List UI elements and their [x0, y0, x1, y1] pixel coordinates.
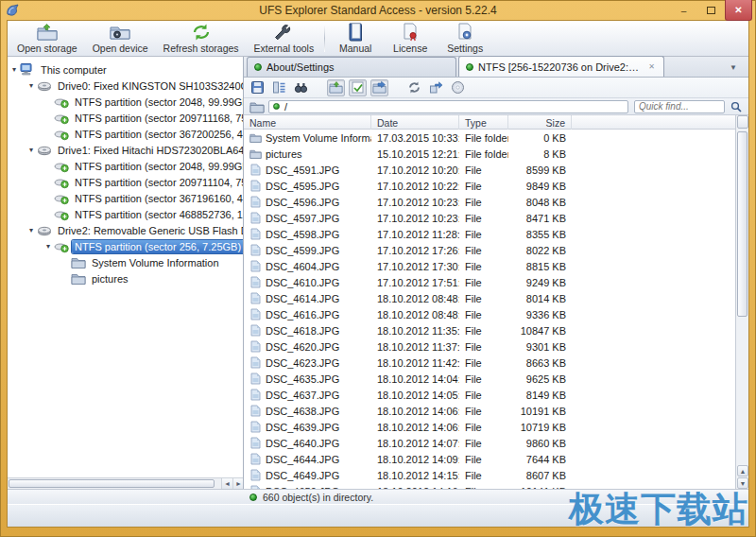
tab[interactable]: About/Settings	[247, 57, 456, 77]
toolbar-button-external-tools[interactable]: External tools	[247, 22, 322, 55]
toolbar-button-manual[interactable]: Manual	[328, 22, 383, 55]
expander-icon[interactable]: ▾	[26, 226, 36, 234]
window-title: UFS Explorer Standard Access - version 5…	[0, 4, 756, 17]
search-icon[interactable]	[728, 99, 745, 114]
file-name: DSC_4599.JPG	[266, 245, 339, 256]
file-row[interactable]: DSC_4638.JPG 18.10.2012 14:06:14 File 10…	[244, 403, 735, 419]
file-row[interactable]: DSC_4620.JPG 18.10.2012 11:37:20 File 93…	[244, 338, 735, 355]
tree-item[interactable]: ▾ NTFS partition (sector 468852736, 1639…	[8, 206, 243, 222]
file-row[interactable]: DSC_4649.JPG 18.10.2012 14:15:00 File 86…	[244, 467, 735, 483]
file-row[interactable]: DSC_4635.JPG 18.10.2012 14:04:54 File 96…	[244, 371, 735, 387]
file-row[interactable]: DSC_4596.JPG 17.10.2012 10:23:26 File 80…	[244, 194, 735, 210]
toolbar-button-open-storage[interactable]: Open storage	[9, 22, 85, 55]
expander-icon[interactable]: ▾	[9, 65, 19, 74]
window-content: Open storage Open device Refresh storage…	[8, 21, 748, 527]
scrollbar-thumb[interactable]	[737, 131, 747, 317]
tree-item-label: NTFS partition (sector 209711104, 75.09G…	[72, 176, 243, 189]
hex-view-icon[interactable]	[270, 79, 288, 96]
file-size: 9301 KB	[508, 341, 572, 353]
file-row[interactable]: DSC_4644.JPG 18.10.2012 14:09:30 File 76…	[244, 451, 735, 467]
find-icon[interactable]	[292, 79, 310, 96]
file-size: 9849 KB	[508, 181, 572, 192]
tree-item[interactable]: ▾ Drive2: Removable Generic USB Flash Di…	[8, 222, 243, 238]
file-date: 18.10.2012 14:07:00	[371, 438, 459, 449]
tree-item[interactable]: ▾ pictures	[8, 270, 243, 286]
tree-item[interactable]: ▾ NTFS partition (sector 256, 7.25GB)	[8, 238, 243, 254]
file-row[interactable]: DSC_4616.JPG 18.10.2012 08:48:48 File 93…	[244, 306, 735, 322]
column-header[interactable]: Type	[459, 115, 508, 130]
select-items-icon[interactable]	[349, 79, 367, 96]
file-row[interactable]: System Volume Information 17.03.2015 10:…	[244, 130, 735, 146]
tab[interactable]: NTFS [256-15220736 on Drive2: Removable …	[458, 56, 664, 77]
tree-item[interactable]: ▾ Drive1: Fixed Hitachi HDS723020BLA642 …	[8, 142, 243, 158]
tree-item[interactable]: ▾ NTFS partition (sector 2048, 99.99GB)	[8, 158, 243, 174]
file-row[interactable]: DSC_4591.JPG 17.10.2012 10:20:56 File 85…	[244, 162, 735, 178]
quick-find-input[interactable]	[634, 100, 725, 113]
tree-item[interactable]: ▾ NTFS partition (sector 209711104, 75.0…	[8, 174, 243, 190]
file-type: File	[459, 213, 508, 224]
tree-horizontal-scrollbar[interactable]: ◄ ►	[8, 477, 244, 489]
scroll-right-icon[interactable]: ►	[232, 478, 244, 489]
scroll-up-icon[interactable]: ▲	[737, 465, 748, 476]
tree-item[interactable]: ▾ Drive0: Fixed KINGSTON SH103S3240G (AT…	[8, 78, 243, 94]
explorer-toolbar	[244, 78, 748, 98]
toolbar-button-open-device[interactable]: Open device	[85, 22, 156, 55]
tree-item[interactable]: ▾ NTFS partition (sector 367200256, 48.4…	[8, 126, 243, 142]
scrollbar-corner-button[interactable]	[737, 115, 748, 129]
file-row[interactable]: DSC_4599.JPG 17.10.2012 17:26:20 File 80…	[244, 242, 735, 258]
close-button[interactable]: ✕	[725, 0, 752, 21]
folder-up-icon[interactable]	[327, 79, 345, 96]
tree-item-label: NTFS partition (sector 256, 7.25GB)	[72, 240, 243, 253]
export-icon[interactable]	[427, 79, 445, 96]
scrollbar-thumb[interactable]	[9, 479, 215, 488]
file-row[interactable]: DSC_4640.JPG 18.10.2012 14:07:00 File 98…	[244, 435, 735, 451]
column-header[interactable]: Name	[244, 115, 371, 130]
column-header-row: NameDateTypeSize	[244, 115, 735, 130]
path-input[interactable]: /	[268, 100, 628, 113]
file-icon	[249, 228, 262, 240]
file-row[interactable]: DSC_4597.JPG 17.10.2012 10:23:42 File 84…	[244, 210, 735, 226]
open-storage-icon	[37, 23, 58, 42]
toolbar-button-refresh-storages[interactable]: Refresh storages	[156, 22, 247, 55]
burn-icon[interactable]	[449, 79, 467, 96]
maximize-button[interactable]	[697, 0, 725, 21]
file-list-scrollbar[interactable]: ▲ ▼	[735, 115, 748, 489]
file-row[interactable]: DSC_4598.JPG 17.10.2012 11:28:10 File 83…	[244, 226, 735, 242]
open-device-icon	[110, 23, 130, 42]
file-row[interactable]: DSC_4639.JPG 18.10.2012 14:06:50 File 10…	[244, 419, 735, 435]
save-icon[interactable]	[249, 79, 266, 96]
file-size: 8048 KB	[508, 197, 572, 208]
file-row[interactable]: DSC_4610.JPG 17.10.2012 17:51:36 File 92…	[244, 274, 735, 290]
file-row[interactable]: DSC_4637.JPG 18.10.2012 14:05:40 File 81…	[244, 387, 735, 403]
title-bar[interactable]: UFS Explorer Standard Access - version 5…	[0, 0, 756, 21]
expander-icon[interactable]: ▾	[43, 242, 53, 251]
toolbar-button-settings[interactable]: Settings	[438, 22, 492, 55]
file-row[interactable]: DSC_4595.JPG 17.10.2012 10:22:56 File 98…	[244, 178, 735, 194]
tree-item[interactable]: ▾ NTFS partition (sector 209711168, 75.0…	[8, 110, 243, 126]
recover-icon[interactable]	[405, 79, 423, 96]
file-row[interactable]: DSC_4604.JPG 17.10.2012 17:30:06 File 88…	[244, 258, 735, 274]
tree-item[interactable]: ▾ System Volume Information	[8, 254, 243, 270]
expander-icon[interactable]: ▾	[26, 146, 36, 154]
tree-item[interactable]: ▾ NTFS partition (sector 367196160, 48.4…	[8, 190, 243, 206]
file-type: File	[459, 357, 508, 369]
column-header[interactable]: Date	[371, 115, 459, 130]
file-row[interactable]: pictures 15.10.2015 12:21:16 File folder…	[244, 146, 735, 162]
file-row[interactable]: DSC_4623.JPG 18.10.2012 11:42:48 File 86…	[244, 355, 735, 371]
open-folder-icon[interactable]	[370, 79, 388, 96]
scroll-left-icon[interactable]: ◄	[221, 478, 232, 489]
minimize-button[interactable]: –	[670, 0, 697, 21]
column-header[interactable]: Size	[508, 115, 572, 130]
tab-list-dropdown-icon[interactable]: ▼	[726, 61, 741, 74]
file-row[interactable]: DSC_4618.JPG 18.10.2012 11:35:50 File 10…	[244, 322, 735, 338]
file-name: DSC_4637.JPG	[266, 390, 339, 401]
tree-item[interactable]: ▾ This computer	[8, 61, 243, 78]
file-icon	[249, 180, 262, 192]
toolbar-button-license[interactable]: License	[383, 22, 438, 55]
file-row[interactable]: DSC_4614.JPG 18.10.2012 08:48:08 File 80…	[244, 290, 735, 306]
tree-item[interactable]: ▾ NTFS partition (sector 2048, 99.99GB)	[8, 94, 243, 110]
partition-icon	[54, 127, 69, 141]
file-type: File	[459, 181, 508, 192]
expander-icon[interactable]: ▾	[26, 81, 36, 90]
tab-close-icon[interactable]: ✕	[646, 61, 657, 72]
